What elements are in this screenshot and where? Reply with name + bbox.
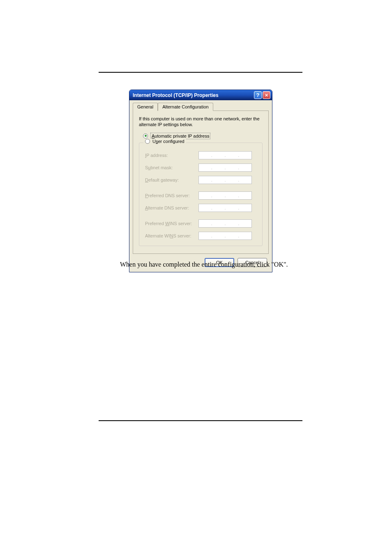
titlebar-buttons: ? × [254, 91, 270, 99]
pref-dns-label: Preferred DNS server: [145, 193, 198, 198]
help-button[interactable]: ? [254, 91, 262, 99]
dialog-title: Internet Protocol (TCP/IP) Properties [133, 92, 254, 98]
radio-automatic-row[interactable]: Automatic private IP address [143, 133, 263, 139]
ip-address-input: ... [198, 151, 252, 159]
field-row-subnet: Subnet mask: ... [145, 164, 256, 172]
gateway-input: ... [198, 176, 252, 184]
subnet-input: ... [198, 164, 252, 172]
radio-user-label: User configured [152, 139, 184, 144]
field-row-ip: IP address: ... [145, 151, 256, 159]
help-icon: ? [256, 92, 260, 98]
alt-wins-input: ... [198, 232, 252, 240]
radio-user-configured[interactable] [145, 139, 150, 144]
close-button[interactable]: × [263, 91, 270, 99]
pref-wins-input: ... [198, 219, 252, 228]
page-divider-bottom [99, 420, 302, 421]
field-row-gateway: Default gateway: ... [145, 176, 256, 184]
pref-dns-input: ... [198, 191, 252, 200]
page-divider-top [99, 72, 302, 73]
close-icon: × [265, 92, 268, 98]
instruction-text: If this computer is used on more than on… [139, 116, 263, 128]
titlebar[interactable]: Internet Protocol (TCP/IP) Properties ? … [129, 90, 272, 100]
gateway-label: Default gateway: [145, 177, 198, 182]
tab-panel-alternate: If this computer is used on more than on… [133, 111, 269, 254]
page-caption: When you have completed the entire confi… [120, 261, 288, 268]
alt-dns-label: Alternate DNS server: [145, 205, 198, 210]
tab-alternate-configuration[interactable]: Alternate Configuration [158, 103, 213, 111]
alt-wins-label: Alternate WINS server: [145, 233, 198, 238]
radio-user-row[interactable]: User configured [143, 139, 186, 144]
radio-automatic[interactable] [143, 134, 148, 138]
tab-row: General Alternate Configuration [133, 103, 269, 111]
field-row-pref-dns: Preferred DNS server: ... [145, 191, 256, 200]
field-row-alt-wins: Alternate WINS server: ... [145, 232, 256, 240]
tab-general-label: General [137, 104, 153, 109]
field-row-pref-wins: Preferred WINS server: ... [145, 219, 256, 228]
field-row-alt-dns: Alternate DNS server: ... [145, 204, 256, 212]
alt-dns-input: ... [198, 204, 252, 212]
tab-container: General Alternate Configuration If this … [129, 100, 272, 254]
subnet-label: Subnet mask: [145, 165, 198, 170]
radio-automatic-label: Automatic private IP address [150, 133, 210, 139]
ip-address-label: IP address: [145, 153, 198, 158]
tab-general[interactable]: General [133, 103, 158, 111]
tab-alternate-label: Alternate Configuration [162, 104, 209, 109]
tcpip-properties-dialog: Internet Protocol (TCP/IP) Properties ? … [129, 90, 272, 272]
pref-wins-label: Preferred WINS server: [145, 221, 198, 226]
user-configured-group: User configured IP address: ... Subnet m… [139, 143, 263, 246]
